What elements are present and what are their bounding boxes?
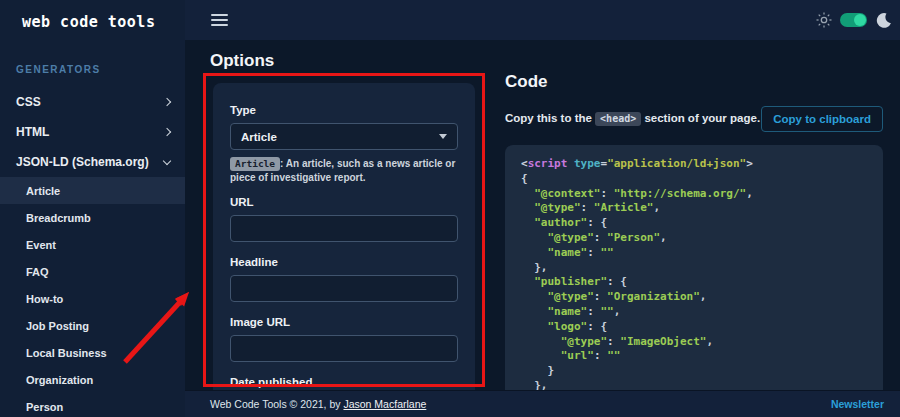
options-card: Type Article Article: An article, such a… — [213, 83, 475, 390]
chevron-down-icon — [163, 156, 171, 164]
copy-row: Copy this to the <head> section of your … — [505, 106, 883, 132]
subitem-label: Article — [26, 185, 60, 197]
url-label: URL — [230, 196, 458, 208]
type-select-value: Article — [241, 131, 277, 143]
sidebar-subitem-localbusiness[interactable]: Local Business — [0, 339, 185, 366]
article-code-badge: Article — [230, 157, 280, 171]
code-section: Code Copy this to the <head> section of … — [505, 40, 883, 390]
type-select[interactable]: Article — [230, 123, 458, 150]
footer-copyright: Web Code Tools © 2021, by Jason Macfarla… — [210, 398, 426, 410]
sidebar-item-label: CSS — [16, 95, 41, 109]
sidebar-subitem-event[interactable]: Event — [0, 231, 185, 258]
type-help-text: Article: An article, such as a news arti… — [230, 157, 458, 184]
caret-down-icon — [439, 134, 447, 139]
dark-mode-toggle[interactable] — [840, 13, 867, 27]
sun-icon — [816, 12, 832, 28]
subitem-label: Job Posting — [26, 320, 89, 332]
headline-label: Headline — [230, 256, 458, 268]
footer: Web Code Tools © 2021, by Jason Macfarla… — [185, 390, 900, 417]
subitem-label: Organization — [26, 374, 93, 386]
head-tag-badge: <head> — [595, 112, 641, 126]
code-block: <script type="application/ld+json">{ "@c… — [505, 145, 883, 390]
subitem-label: Person — [26, 401, 63, 413]
code-title: Code — [505, 72, 883, 92]
copy-text-after: section of your page. — [641, 112, 760, 124]
subitem-label: FAQ — [26, 266, 49, 278]
url-input[interactable] — [230, 215, 458, 242]
type-label: Type — [230, 104, 458, 116]
subitem-label: Local Business — [26, 347, 107, 359]
sidebar-item-label: HTML — [16, 125, 49, 139]
sidebar-subitem-howto[interactable]: How-to — [0, 285, 185, 312]
theme-controls — [816, 12, 892, 29]
headline-input[interactable] — [230, 275, 458, 302]
author-link[interactable]: Jason Macfarlane — [343, 398, 426, 410]
subitem-label: How-to — [26, 293, 63, 305]
app-root: web code tools GENERATORS CSS HTML JSON-… — [0, 0, 900, 417]
sidebar-subitem-breadcrumb[interactable]: Breadcrumb — [0, 204, 185, 231]
topbar — [185, 0, 900, 40]
sidebar-section-label: GENERATORS — [16, 64, 185, 75]
sidebar-subitem-person[interactable]: Person — [0, 393, 185, 417]
image-url-label: Image URL — [230, 316, 458, 328]
toggle-knob — [854, 14, 866, 26]
sidebar-item-label: JSON-LD (Schema.org) — [16, 155, 149, 169]
main-area: Options Type Article Article: An article… — [185, 0, 900, 417]
subitem-label: Breadcrumb — [26, 212, 91, 224]
content: Options Type Article Article: An article… — [185, 40, 900, 390]
date-published-label: Date published — [230, 376, 458, 388]
sidebar-item-jsonld[interactable]: JSON-LD (Schema.org) — [0, 147, 185, 177]
newsletter-link[interactable]: Newsletter — [831, 398, 884, 410]
copy-to-clipboard-button[interactable]: Copy to clipboard — [761, 106, 883, 132]
sidebar-subitem-jobposting[interactable]: Job Posting — [0, 312, 185, 339]
sidebar-item-html[interactable]: HTML — [0, 117, 185, 147]
sidebar-subitem-organization[interactable]: Organization — [0, 366, 185, 393]
app-logo[interactable]: web code tools — [0, 0, 185, 31]
hamburger-menu-icon[interactable] — [211, 11, 228, 29]
sidebar-subnav: Article Breadcrumb Event FAQ How-to Job … — [0, 177, 185, 417]
sidebar-nav: CSS HTML JSON-LD (Schema.org) Article Br… — [0, 87, 185, 417]
sidebar: web code tools GENERATORS CSS HTML JSON-… — [0, 0, 185, 417]
image-url-input[interactable] — [230, 335, 458, 362]
sidebar-item-css[interactable]: CSS — [0, 87, 185, 117]
footer-text: Web Code Tools © 2021, by — [210, 398, 343, 410]
sidebar-subitem-article[interactable]: Article — [0, 177, 185, 204]
moon-icon — [875, 12, 892, 29]
chevron-right-icon — [163, 128, 171, 136]
subitem-label: Event — [26, 239, 56, 251]
chevron-right-icon — [163, 98, 171, 106]
copy-text-before: Copy this to the — [505, 112, 595, 124]
copy-instruction: Copy this to the <head> section of your … — [505, 112, 760, 126]
sidebar-subitem-faq[interactable]: FAQ — [0, 258, 185, 285]
